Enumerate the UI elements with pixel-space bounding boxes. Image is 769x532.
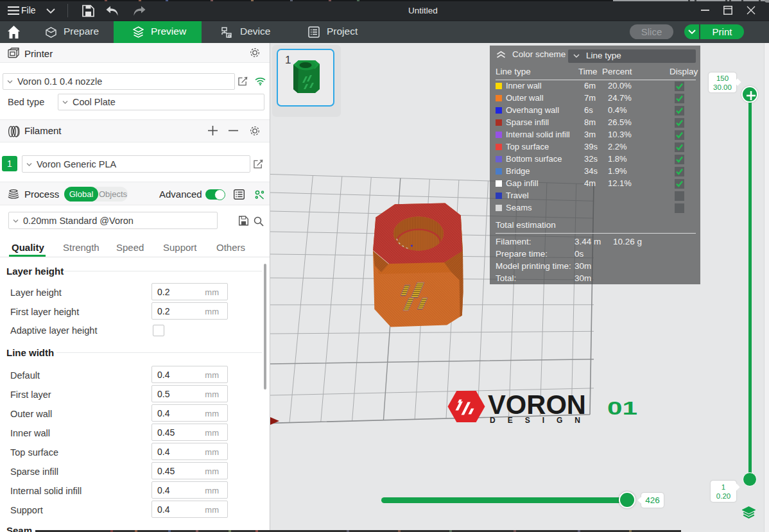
svg-text:DESIGN: DESIGN	[490, 416, 592, 425]
svg-text:01: 01	[607, 397, 637, 418]
svg-text:VORON: VORON	[488, 389, 586, 420]
